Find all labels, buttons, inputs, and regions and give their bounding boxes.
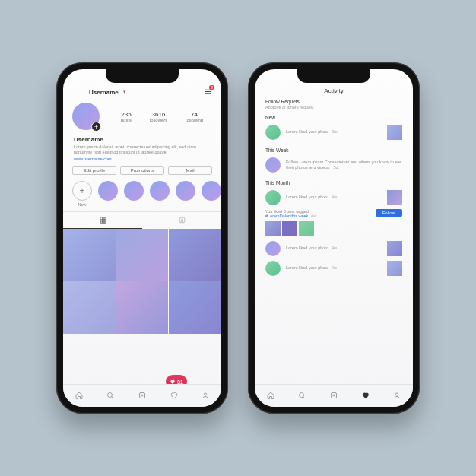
posts-grid: [63, 229, 221, 334]
plus-box-icon: [138, 391, 147, 400]
avatar: [265, 261, 281, 276]
section-this-week: This Week: [255, 142, 413, 155]
svg-point-7: [396, 393, 398, 395]
highlight-item[interactable]: [176, 181, 195, 201]
nav-activity[interactable]: [170, 391, 179, 401]
heart-filled-icon: [361, 391, 370, 400]
page-title: Activity: [255, 86, 413, 99]
screen-profile: Username ▾ 9 + 235 posts 3616: [63, 69, 221, 407]
phone-activity: Activity Follow Requets Approve or ignor…: [248, 62, 420, 414]
mail-button[interactable]: Mail: [168, 166, 212, 175]
thumbnail: [387, 241, 402, 256]
bio-username: Username: [74, 136, 211, 143]
notifications-button[interactable]: 9: [204, 87, 212, 97]
tab-tagged[interactable]: [142, 212, 221, 229]
header-username[interactable]: Username: [89, 89, 119, 96]
hashtag-link[interactable]: #LoremDolor this week: [265, 214, 308, 218]
nav-search[interactable]: [106, 391, 115, 401]
grid-icon: [99, 216, 107, 224]
tab-grid[interactable]: [63, 212, 142, 229]
plus-box-icon: [329, 391, 338, 400]
post-tile[interactable]: [169, 281, 221, 334]
svg-point-2: [108, 393, 113, 398]
tagged-icon: [178, 216, 186, 224]
search-icon: [106, 391, 115, 400]
activity-row[interactable]: Lorem liked your photo2m: [255, 122, 413, 142]
profile-bio: Username Lorem ipsum dolor sit amet, con…: [63, 133, 221, 166]
nav-home[interactable]: [266, 391, 275, 401]
promotions-button[interactable]: Promotions: [120, 166, 164, 175]
stat-posts[interactable]: 235 posts: [121, 111, 132, 122]
tagged-posts-row[interactable]: You liked 3 post tagged #LoremDolor this…: [255, 208, 413, 239]
nav-activity[interactable]: [361, 391, 370, 401]
follow-button[interactable]: Follow: [376, 209, 402, 217]
nav-create[interactable]: [329, 391, 338, 401]
add-story-button[interactable]: +: [91, 122, 101, 132]
user-icon: [392, 391, 401, 400]
avatar: [265, 190, 281, 205]
avatar[interactable]: +: [72, 103, 100, 130]
avatar: [265, 157, 281, 173]
nav-home[interactable]: [75, 391, 84, 401]
follow-requests[interactable]: Follow Requets Approve or ignore request: [255, 99, 413, 109]
follow-requests-heading: Follow Requets: [265, 99, 402, 104]
screen-activity: Activity Follow Requets Approve or ignor…: [255, 69, 413, 407]
nav-profile[interactable]: [392, 391, 401, 401]
post-tile[interactable]: [63, 281, 116, 334]
post-tile[interactable]: [63, 229, 116, 281]
thumbnail: [387, 190, 402, 205]
bio-link[interactable]: www.username.com: [74, 157, 211, 161]
profile-header: Username ▾ 9: [63, 86, 221, 98]
stat-following[interactable]: 74 following: [186, 111, 203, 122]
thumbnail[interactable]: [299, 221, 314, 236]
section-new: New: [255, 109, 413, 122]
highlight-item[interactable]: [98, 181, 118, 201]
home-icon: [75, 391, 84, 400]
activity-row[interactable]: Lorem liked your photo4w: [255, 239, 413, 259]
activity-row[interactable]: Lorem liked your photo4w: [255, 188, 413, 208]
profile-stats-row: + 235 posts 3616 followers 74 following: [63, 98, 221, 133]
highlight-item[interactable]: [150, 181, 170, 201]
search-icon: [297, 391, 306, 400]
chevron-down-icon[interactable]: ▾: [123, 89, 126, 95]
activity-row[interactable]: Lorem liked your photo4w: [255, 259, 413, 278]
avatar: [265, 125, 281, 140]
post-tile[interactable]: [116, 281, 169, 334]
avatar: [265, 241, 281, 256]
highlight-item[interactable]: [202, 181, 221, 201]
home-icon: [266, 391, 275, 400]
notification-badge: 9: [209, 85, 214, 90]
activity-row[interactable]: Follow Lorem ipsum Consectetuer and othe…: [255, 155, 413, 175]
plus-icon: +: [72, 181, 92, 201]
notch: [297, 69, 370, 83]
bottom-nav: [63, 384, 221, 407]
thumbnail[interactable]: [265, 221, 281, 236]
stat-followers[interactable]: 3616 followers: [150, 111, 168, 122]
story-highlights: + New: [63, 175, 221, 211]
thumbnail[interactable]: [282, 221, 297, 236]
tagged-thumbnails: [265, 221, 402, 236]
notch: [106, 69, 179, 83]
bottom-nav: [255, 384, 413, 407]
nav-search[interactable]: [297, 391, 306, 401]
phone-profile: Username ▾ 9 + 235 posts 3616: [56, 62, 228, 414]
post-tile[interactable]: [169, 229, 221, 281]
post-tile[interactable]: [116, 229, 169, 281]
heart-outline-icon: [170, 391, 179, 400]
bio-text: Lorem ipsum dolor sit amet, consectetuer…: [74, 144, 211, 155]
nav-create[interactable]: [138, 391, 147, 401]
svg-point-1: [181, 219, 182, 221]
highlight-new[interactable]: + New: [72, 181, 92, 207]
nav-profile[interactable]: [201, 391, 210, 401]
section-this-month: This Month: [255, 175, 413, 188]
user-icon: [201, 391, 210, 400]
svg-point-5: [300, 393, 304, 398]
thumbnail: [387, 125, 402, 140]
thumbnail: [387, 261, 402, 276]
svg-point-4: [205, 393, 207, 395]
svg-rect-0: [179, 218, 184, 223]
edit-profile-button[interactable]: Edit profile: [72, 166, 116, 175]
highlight-item[interactable]: [124, 181, 144, 201]
profile-tabs: [63, 211, 221, 229]
